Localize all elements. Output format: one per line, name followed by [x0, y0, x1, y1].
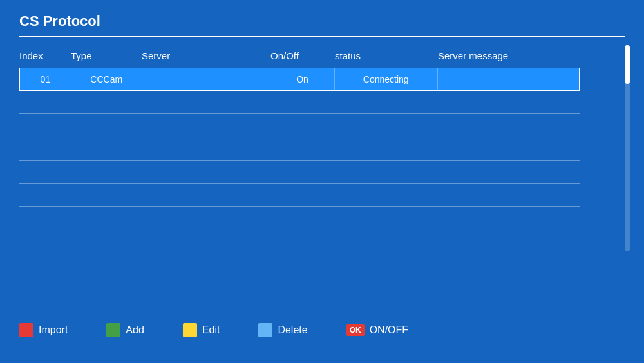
- add-label: Add: [126, 324, 144, 336]
- import-label: Import: [39, 324, 68, 336]
- header-index: Index: [19, 50, 71, 61]
- edit-label: Edit: [202, 324, 220, 336]
- table-row[interactable]: 01 CCCam On Connecting: [19, 68, 580, 91]
- header-onoff: On/Off: [270, 50, 335, 61]
- delete-button[interactable]: Delete: [258, 323, 307, 337]
- header-message: Server message: [438, 50, 580, 61]
- cell-message: [438, 68, 579, 90]
- scrollbar-thumb: [625, 45, 630, 84]
- main-container: CS Protocol Index Type Server On/Off sta…: [0, 0, 644, 363]
- title-area: CS Protocol: [19, 13, 625, 37]
- bottom-bar: Import Add Edit Delete OK ON/OFF: [19, 323, 408, 337]
- empty-row: [19, 207, 580, 230]
- onoff-button[interactable]: OK ON/OFF: [346, 324, 408, 336]
- cell-index: 01: [20, 68, 71, 90]
- green-icon: [106, 323, 120, 337]
- red-icon: [19, 323, 33, 337]
- table-header: Index Type Server On/Off status Server m…: [19, 47, 580, 64]
- delete-label: Delete: [278, 324, 307, 336]
- empty-row: [19, 230, 580, 253]
- empty-row: [19, 114, 580, 137]
- import-button[interactable]: Import: [19, 323, 68, 337]
- cell-server: [142, 68, 271, 90]
- header-server: Server: [142, 50, 270, 61]
- cell-type: CCCam: [71, 68, 142, 90]
- cell-status: Connecting: [335, 68, 438, 90]
- onoff-label: ON/OFF: [370, 324, 408, 336]
- scrollbar[interactable]: [625, 45, 630, 251]
- cell-onoff: On: [270, 68, 335, 90]
- header-status: status: [335, 50, 438, 61]
- ok-icon: OK: [346, 324, 365, 336]
- blue-icon: [258, 323, 272, 337]
- empty-row: [19, 161, 580, 184]
- empty-row: [19, 184, 580, 207]
- table-container: Index Type Server On/Off status Server m…: [19, 47, 580, 253]
- page-title: CS Protocol: [19, 13, 100, 29]
- header-type: Type: [71, 50, 142, 61]
- yellow-icon: [183, 323, 197, 337]
- edit-button[interactable]: Edit: [183, 323, 220, 337]
- empty-row: [19, 137, 580, 161]
- add-button[interactable]: Add: [106, 323, 144, 337]
- empty-rows: [19, 91, 580, 253]
- empty-row: [19, 91, 580, 114]
